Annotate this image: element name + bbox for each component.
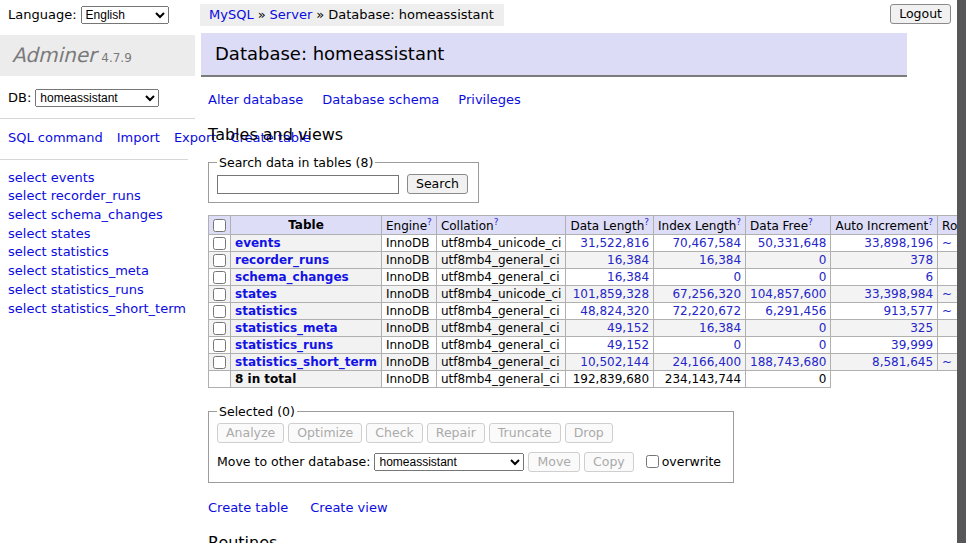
help-superscript: ? [644, 217, 649, 227]
sidebar-select-events[interactable]: select events [8, 169, 187, 188]
db-label: DB: [8, 90, 31, 105]
index-length-cell: 0 [654, 269, 746, 286]
search-fieldset: Search data in tables (8) Search [208, 155, 479, 203]
table-name-cell: statistics_runs [231, 337, 382, 354]
vertical-scrollbar[interactable] [957, 0, 966, 543]
row-checkbox[interactable] [213, 254, 226, 267]
help-link[interactable]: ? [494, 217, 499, 227]
move-database-select[interactable]: homeassistant [374, 453, 524, 471]
db-select[interactable]: homeassistant [35, 89, 159, 107]
engine-cell: InnoDB [381, 354, 436, 371]
data-length-cell: 48,824,320 [566, 303, 654, 320]
sidebar-select-statistics-runs[interactable]: select statistics_runs [8, 281, 187, 300]
analyze-button[interactable]: Analyze [217, 423, 284, 443]
sidebar-actions: SQL commandImportExportCreate table [0, 119, 188, 160]
select-all-checkbox[interactable] [213, 219, 226, 232]
column-header-index-length: Index Length? [654, 216, 746, 235]
table-row: statesInnoDButf8mb4_unicode_ci101,859,32… [209, 286, 966, 303]
engine-cell: InnoDB [381, 235, 436, 252]
total-collation-cell: utf8mb4_general_ci [436, 371, 566, 388]
column-header-label: Table [288, 218, 324, 232]
search-legend: Search data in tables (8) [217, 155, 375, 170]
overwrite-checkbox[interactable] [646, 455, 659, 468]
column-header-label: Engine [386, 219, 427, 233]
table-name-link[interactable]: schema_changes [235, 270, 349, 284]
row-checkbox[interactable] [213, 305, 226, 318]
drop-button[interactable]: Drop [565, 423, 613, 443]
breadcrumb-link-server[interactable]: Server [270, 7, 313, 22]
sidebar-select-recorder-runs[interactable]: select recorder_runs [8, 187, 187, 206]
row-checkbox[interactable] [213, 237, 226, 250]
breadcrumb-separator: » [316, 7, 324, 22]
move-label: Move to other database: [217, 454, 370, 469]
table-name-link[interactable]: events [235, 236, 281, 250]
search-input[interactable] [217, 175, 399, 194]
total-data-free-cell: 0 [746, 371, 831, 388]
column-header-engine: Engine? [381, 216, 436, 235]
page-title: Database: homeassistant [201, 33, 907, 77]
routines-heading: Routines [208, 533, 957, 543]
breadcrumb-link-mysql[interactable]: MySQL [209, 7, 254, 22]
table-name-link[interactable]: states [235, 287, 277, 301]
row-checkbox[interactable] [213, 322, 226, 335]
column-header-data-length: Data Length? [566, 216, 654, 235]
collation-cell: utf8mb4_general_ci [436, 252, 566, 269]
create-view-link[interactable]: Create view [310, 500, 387, 515]
search-button[interactable]: Search [407, 174, 468, 194]
table-row: statistics_runsInnoDButf8mb4_general_ci4… [209, 337, 966, 354]
sidebar-link-sql-command[interactable]: SQL command [8, 130, 103, 145]
language-select[interactable]: English [81, 6, 169, 24]
tables-heading: Tables and views [208, 125, 957, 144]
logout-button[interactable]: Logout [890, 4, 951, 24]
sidebar-link-import[interactable]: Import [117, 130, 160, 145]
move-button[interactable]: Move [528, 452, 580, 472]
create-links-row: Create tableCreate view [208, 500, 957, 515]
collation-cell: utf8mb4_general_ci [436, 354, 566, 371]
help-link[interactable]: ? [928, 217, 933, 227]
optimize-button[interactable]: Optimize [288, 423, 362, 443]
nav-link-privileges[interactable]: Privileges [458, 92, 521, 107]
nav-link-database-schema[interactable]: Database schema [322, 92, 439, 107]
sidebar-select-statistics[interactable]: select statistics [8, 243, 187, 262]
table-name-link[interactable]: statistics [235, 304, 297, 318]
row-checkbox-cell [209, 235, 231, 252]
nav-link-alter-database[interactable]: Alter database [208, 92, 303, 107]
help-link[interactable]: ? [644, 217, 649, 227]
row-checkbox-cell [209, 303, 231, 320]
truncate-button[interactable]: Truncate [489, 423, 561, 443]
row-checkbox[interactable] [213, 271, 226, 284]
index-length-cell: 72,220,672 [654, 303, 746, 320]
help-link[interactable]: ? [736, 217, 741, 227]
sidebar-select-schema-changes[interactable]: select schema_changes [8, 206, 187, 225]
table-name-link[interactable]: statistics_short_term [235, 355, 377, 369]
data-free-cell: 50,331,648 [746, 235, 831, 252]
sidebar-select-statistics-meta[interactable]: select statistics_meta [8, 262, 187, 281]
selected-buttons-row: AnalyzeOptimizeCheckRepairTruncateDrop [217, 423, 721, 443]
copy-button[interactable]: Copy [584, 452, 634, 472]
column-header-collation: Collation? [436, 216, 566, 235]
column-header-label: Data Free [750, 219, 808, 233]
data-free-cell: 0 [746, 320, 831, 337]
table-name-link[interactable]: statistics_runs [235, 338, 333, 352]
help-link[interactable]: ? [808, 217, 813, 227]
table-name-link[interactable]: statistics_meta [235, 321, 338, 335]
collation-cell: utf8mb4_unicode_ci [436, 235, 566, 252]
row-checkbox[interactable] [213, 339, 226, 352]
data-free-cell: 0 [746, 269, 831, 286]
column-header-label: Data Length [570, 219, 644, 233]
database-nav-links: Alter databaseDatabase schemaPrivileges [208, 92, 957, 107]
repair-button[interactable]: Repair [427, 423, 485, 443]
sidebar-select-statistics-short-term[interactable]: select statistics_short_term [8, 300, 187, 319]
auto-increment-cell: 378 [831, 252, 938, 269]
engine-cell: InnoDB [381, 320, 436, 337]
row-checkbox[interactable] [213, 356, 226, 369]
index-length-cell: 70,467,584 [654, 235, 746, 252]
create-table-link[interactable]: Create table [208, 500, 288, 515]
help-link[interactable]: ? [427, 217, 432, 227]
table-name-link[interactable]: recorder_runs [235, 253, 329, 267]
sidebar-select-states[interactable]: select states [8, 225, 187, 244]
collation-cell: utf8mb4_unicode_ci [436, 286, 566, 303]
row-checkbox[interactable] [213, 288, 226, 301]
check-button[interactable]: Check [366, 423, 422, 443]
data-free-cell: 188,743,680 [746, 354, 831, 371]
